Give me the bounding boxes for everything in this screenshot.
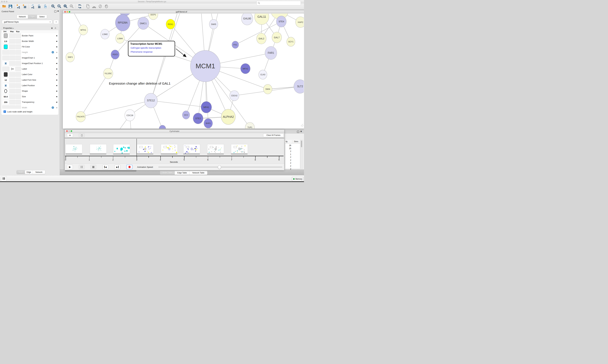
memory-button[interactable]: Memory: [292, 177, 303, 181]
network-node-gic2[interactable]: GIC2: [182, 111, 190, 119]
float-table-icon[interactable]: [297, 131, 299, 133]
expand-row-icon[interactable]: ◀: [56, 63, 57, 64]
property-def-cell[interactable]: 50.0: [2, 94, 9, 99]
export-network-icon[interactable]: [30, 4, 35, 9]
network-node-gcy1[interactable]: GCY1: [287, 37, 295, 47]
expand-row-icon[interactable]: ◀: [56, 74, 57, 75]
network-node-bar1[interactable]: BAR1: [204, 118, 213, 128]
record-button[interactable]: [126, 165, 133, 169]
property-row-label[interactable]: Label◀: [1, 66, 58, 72]
network-node-ste4[interactable]: STE4: [276, 16, 286, 27]
property-def-cell[interactable]: [2, 55, 9, 60]
expand-row-icon[interactable]: ◀: [56, 52, 57, 53]
table-cell-value[interactable]: 2: [283, 162, 291, 164]
property-row-label-position[interactable]: Label Position◀: [1, 83, 58, 89]
animation-frame-2[interactable]: [113, 144, 130, 154]
property-def-cell[interactable]: [2, 61, 9, 66]
network-edge[interactable]: [81, 101, 151, 117]
property-map-cell[interactable]: [10, 66, 15, 71]
animation-frame-7[interactable]: [231, 144, 248, 154]
animation-speed-thumb[interactable]: [218, 165, 221, 169]
property-map-cell[interactable]: [10, 100, 15, 104]
network-node-pdc5[interactable]: PDC5: [111, 50, 119, 59]
network-node-pck1[interactable]: PCK1: [166, 19, 175, 29]
animation-frame-5[interactable]: [183, 144, 200, 154]
property-row-image-chart-position-1[interactable]: Image/Chart Position 1◀: [1, 61, 58, 66]
property-byp-cell[interactable]: [15, 44, 21, 49]
expand-row-icon[interactable]: ◀: [56, 35, 57, 37]
animation-frame-1[interactable]: [90, 144, 107, 154]
close-table-icon[interactable]: ✕: [300, 130, 302, 133]
table-horizontal-scrollbar[interactable]: [65, 170, 137, 171]
table-cell-value[interactable]: 2: [283, 165, 291, 167]
stop-button[interactable]: [90, 165, 96, 169]
expand-row-icon[interactable]: ◀: [56, 68, 57, 70]
property-def-cell[interactable]: [2, 72, 9, 77]
property-row-height[interactable]: Heighti◀: [1, 50, 58, 55]
property-byp-cell[interactable]: [15, 66, 21, 71]
network-node-cln3[interactable]: CLN3: [259, 70, 267, 79]
properties-header[interactable]: Properties: [3, 27, 13, 29]
refresh-icon[interactable]: [77, 4, 82, 9]
network-node-snf3[interactable]: SNF3: [66, 52, 75, 62]
network-node-mfa2[interactable]: MFA2: [240, 64, 250, 74]
tab-network[interactable]: Network: [17, 15, 28, 18]
import-table-icon[interactable]: [22, 4, 27, 9]
property-row-border-width[interactable]: 2.0Border Width◀: [1, 39, 58, 44]
network-node-lsm2[interactable]: LSM2: [100, 29, 110, 39]
annotation-link[interactable]: Cell-type-specific transcription: [131, 47, 161, 49]
clone-view-icon[interactable]: [85, 4, 90, 9]
table-cell-value[interactable]: 25: [283, 147, 291, 150]
property-map-cell[interactable]: [10, 33, 15, 38]
property-row-fill-color[interactable]: Fill Color◀: [1, 44, 58, 50]
network-node-mcm1[interactable]: MCM1: [190, 50, 221, 82]
network-node-lsm4[interactable]: LSM4: [116, 33, 124, 43]
network-node-cdc28[interactable]: CDC28: [124, 109, 135, 121]
style-selector[interactable]: galFiltered Style ▾: [2, 20, 52, 24]
property-map-cell[interactable]: [10, 39, 15, 44]
property-map-cell[interactable]: [10, 55, 15, 60]
tab-edge[interactable]: Edge: [25, 170, 33, 174]
property-row-transparency[interactable]: 255Transparency◀: [1, 99, 58, 105]
property-def-cell[interactable]: [2, 66, 9, 71]
clear-all-frames-button[interactable]: Clear All Frames: [263, 133, 284, 137]
tab-node[interactable]: Node: [17, 170, 25, 174]
expand-row-icon[interactable]: ◀: [56, 90, 57, 92]
search-box[interactable]: [257, 1, 301, 5]
property-row-label-font-size[interactable]: 12Label Font Size◀: [1, 77, 58, 83]
pause-button[interactable]: [79, 165, 84, 169]
network-window-titlebar[interactable]: galFiltered.sif: [63, 10, 304, 14]
float-panel-icon[interactable]: [54, 11, 56, 13]
property-byp-cell[interactable]: [15, 39, 21, 44]
lock-checkbox[interactable]: ✓: [3, 110, 6, 113]
property-byp-cell[interactable]: [15, 33, 21, 38]
expand-all-icon[interactable]: [51, 27, 53, 29]
open-folder-icon[interactable]: [2, 4, 7, 9]
property-byp-cell[interactable]: [15, 78, 21, 82]
property-def-cell[interactable]: [2, 50, 9, 55]
property-map-cell[interactable]: [10, 61, 15, 66]
network-edge[interactable]: [151, 101, 206, 107]
binoculars-icon[interactable]: [92, 4, 97, 9]
property-map-cell[interactable]: [10, 50, 15, 55]
network-canvas[interactable]: RPS28ADMC1DCP1PCK1MTH1LSM2LSM4SNF3PDC5YI…: [63, 13, 304, 129]
property-map-cell[interactable]: [10, 89, 15, 93]
network-node-dmc1[interactable]: DMC1: [138, 17, 149, 30]
table-scrollbar[interactable]: [301, 140, 303, 169]
table-cell-value[interactable]: 2: [283, 159, 291, 161]
table-column-headers[interactable]: ity Stres: [285, 140, 300, 143]
tab-edge-table[interactable]: Edge Table: [175, 171, 190, 175]
tab-node-table[interactable]: Node Table: [160, 171, 175, 175]
property-byp-cell[interactable]: [15, 94, 21, 99]
animation-frame-3[interactable]: [137, 144, 153, 154]
zoom-fit-icon[interactable]: [63, 4, 68, 9]
network-node-mfa1[interactable]: MFA1: [201, 101, 212, 113]
timeline-playhead[interactable]: [137, 139, 137, 156]
network-node-ste12[interactable]: STE12: [144, 93, 158, 108]
tab-select[interactable]: Select: [37, 15, 47, 18]
task-history-button[interactable]: [1, 176, 7, 181]
play-button[interactable]: ▶: [67, 165, 73, 169]
network-node-swi4[interactable]: SWI4: [263, 84, 272, 94]
network-node-far1[interactable]: FAR1: [265, 46, 277, 60]
tab-style[interactable]: Style: [28, 15, 37, 18]
